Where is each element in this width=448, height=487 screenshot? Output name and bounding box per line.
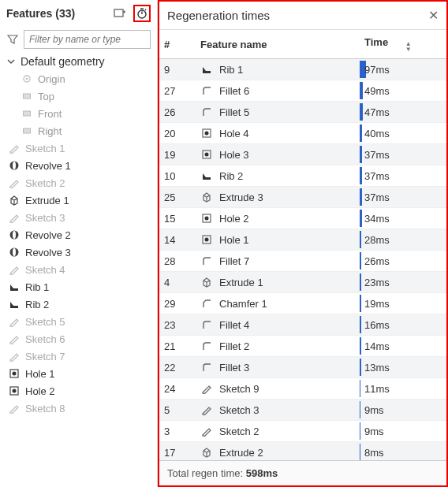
- table-row[interactable]: 21Fillet 214ms: [159, 336, 446, 357]
- table-row[interactable]: 20Hole 440ms: [159, 123, 446, 144]
- origin-icon: [21, 72, 33, 85]
- features-panel: Features (33) Default geometry OriginTop…: [0, 0, 158, 487]
- time-bar: [360, 444, 360, 460]
- hole-icon: [200, 127, 213, 139]
- regen-panel: Regeneration times ✕ # Feature name Time…: [158, 0, 448, 487]
- cell-name: Hole 3: [196, 144, 360, 165]
- time-bar: [360, 295, 361, 312]
- geometry-child[interactable]: Right: [0, 122, 157, 139]
- feature-item[interactable]: Sketch 8: [0, 400, 157, 417]
- feature-item[interactable]: Sketch 5: [0, 313, 157, 330]
- time-bar: [360, 210, 362, 227]
- hole-icon: [200, 212, 213, 225]
- cell-number: 15: [159, 208, 196, 229]
- feature-item[interactable]: Sketch 1: [0, 139, 157, 157]
- svg-rect-4: [24, 94, 31, 99]
- feature-item[interactable]: Sketch 2: [0, 174, 157, 191]
- feature-item[interactable]: Revolve 2: [0, 226, 157, 244]
- table-row[interactable]: 29Chamfer 119ms: [159, 293, 446, 314]
- table-row[interactable]: 5Sketch 39ms: [159, 400, 446, 421]
- table-row[interactable]: 9Rib 197ms: [159, 59, 446, 80]
- feature-item[interactable]: Rib 2: [0, 296, 157, 313]
- cell-time: 37ms: [360, 187, 446, 208]
- cell-time: 8ms: [360, 442, 446, 461]
- cell-number: 27: [159, 80, 196, 102]
- table-row[interactable]: 3Sketch 29ms: [159, 421, 446, 442]
- time-bar: [360, 82, 363, 99]
- feature-item[interactable]: Revolve 3: [0, 244, 157, 261]
- time-text: 19ms: [364, 298, 390, 310]
- cell-name-text: Sketch 3: [219, 404, 259, 416]
- table-row[interactable]: 15Hole 234ms: [159, 208, 446, 229]
- geometry-child[interactable]: Front: [0, 105, 157, 122]
- cell-number: 22: [159, 357, 196, 378]
- svg-point-10: [13, 231, 16, 239]
- cell-name: Extrude 3: [196, 187, 360, 208]
- sketch-icon: [8, 177, 21, 189]
- close-icon[interactable]: ✕: [428, 8, 439, 23]
- table-row[interactable]: 17Extrude 28ms: [159, 442, 446, 461]
- cell-name-text: Sketch 9: [219, 383, 259, 395]
- col-number[interactable]: #: [159, 30, 196, 59]
- feature-item[interactable]: Extrude 1: [0, 191, 157, 209]
- svg-point-22: [205, 217, 209, 221]
- feature-item[interactable]: Rib 1: [0, 278, 157, 296]
- table-row[interactable]: 22Fillet 313ms: [159, 357, 446, 378]
- feature-item[interactable]: Hole 1: [0, 365, 157, 382]
- cell-name-text: Hole 3: [219, 149, 249, 161]
- time-bar: [360, 146, 362, 163]
- table-row[interactable]: 26Fillet 547ms: [159, 102, 446, 123]
- feature-item[interactable]: Hole 2: [0, 382, 157, 400]
- cell-number: 19: [159, 144, 196, 165]
- cell-name: Fillet 6: [196, 80, 360, 102]
- sketch-icon: [8, 142, 21, 154]
- table-row[interactable]: 10Rib 237ms: [159, 165, 446, 187]
- svg-rect-0: [114, 9, 123, 17]
- feature-item[interactable]: Sketch 4: [0, 261, 157, 278]
- hole-icon: [8, 367, 21, 380]
- sketch-icon: [8, 315, 21, 328]
- stopwatch-icon[interactable]: [133, 5, 151, 22]
- table-row[interactable]: 27Fillet 649ms: [159, 80, 446, 102]
- table-row[interactable]: 25Extrude 337ms: [159, 187, 446, 208]
- table-row[interactable]: 23Fillet 416ms: [159, 314, 446, 336]
- filter-input[interactable]: [24, 30, 151, 49]
- regen-title: Regeneration times: [167, 9, 428, 22]
- feature-item[interactable]: Revolve 1: [0, 157, 157, 174]
- sort-arrows-icon[interactable]: ▲▼: [405, 41, 412, 52]
- geometry-child[interactable]: Top: [0, 87, 157, 105]
- add-feature-icon[interactable]: [111, 5, 129, 22]
- table-row[interactable]: 14Hole 128ms: [159, 229, 446, 251]
- cell-name: Fillet 3: [196, 357, 360, 378]
- cell-name-text: Fillet 7: [219, 255, 249, 267]
- geometry-group[interactable]: Default geometry: [0, 54, 157, 70]
- cell-name-text: Fillet 3: [219, 362, 249, 374]
- cell-number: 26: [159, 102, 196, 123]
- col-feature-name[interactable]: Feature name: [196, 30, 360, 59]
- feature-item-label: Hole 2: [25, 385, 55, 397]
- cell-name: Hole 4: [196, 123, 360, 144]
- filter-icon[interactable]: [6, 33, 19, 46]
- table-row[interactable]: 19Hole 337ms: [159, 144, 446, 165]
- feature-item-label: Sketch 2: [25, 177, 65, 189]
- table-row[interactable]: 24Sketch 911ms: [159, 378, 446, 400]
- svg-point-8: [13, 162, 16, 169]
- rib-icon: [200, 169, 213, 182]
- feature-item[interactable]: Sketch 6: [0, 330, 157, 348]
- cell-number: 21: [159, 336, 196, 357]
- fillet-icon: [200, 106, 213, 118]
- regen-table-wrap[interactable]: # Feature name Time ▲▼ 9Rib 197ms27Fille…: [159, 29, 446, 460]
- feature-tree[interactable]: Default geometry OriginTopFrontRight Ske…: [0, 54, 157, 487]
- svg-point-3: [26, 78, 28, 80]
- cell-name: Fillet 4: [196, 314, 360, 336]
- cell-time: 37ms: [360, 144, 446, 165]
- cell-number: 23: [159, 314, 196, 336]
- table-row[interactable]: 28Fillet 726ms: [159, 251, 446, 272]
- extrude-icon: [200, 446, 213, 459]
- geometry-child[interactable]: Origin: [0, 70, 157, 87]
- feature-item[interactable]: Sketch 7: [0, 348, 157, 365]
- feature-item[interactable]: Sketch 3: [0, 209, 157, 226]
- col-time[interactable]: Time ▲▼: [360, 30, 446, 59]
- table-row[interactable]: 4Extrude 123ms: [159, 272, 446, 293]
- svg-rect-6: [24, 128, 31, 133]
